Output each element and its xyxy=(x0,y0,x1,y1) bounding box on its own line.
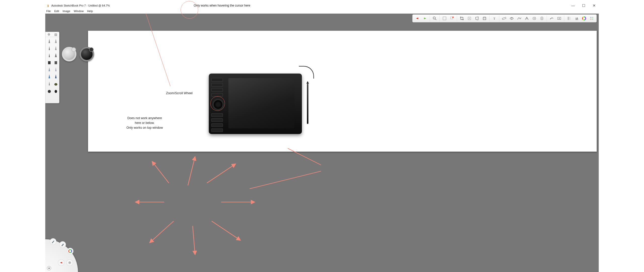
brush-tip[interactable] xyxy=(53,59,59,65)
ui-toggle-icon[interactable] xyxy=(588,15,595,22)
color-puck-primary[interactable] xyxy=(62,47,76,61)
app-window: Autodesk SketchBook Pro 7 - Untitled @ 6… xyxy=(45,3,599,272)
svg-text:T: T xyxy=(493,17,495,20)
svg-rect-5 xyxy=(452,17,454,18)
minimize-button[interactable]: — xyxy=(570,4,576,8)
brush-tip[interactable] xyxy=(47,45,52,51)
brush-sliders-icon[interactable]: ⚙ xyxy=(48,33,50,36)
lagoon-pen-icon[interactable] xyxy=(50,238,56,245)
annotation-zoom-label: Zoom/Scroll Wheel xyxy=(166,91,193,96)
brush-tip[interactable] xyxy=(47,66,52,72)
brush-tip[interactable] xyxy=(47,87,52,93)
french-curve-icon[interactable] xyxy=(516,15,522,22)
svg-line-27 xyxy=(150,221,174,243)
maximize-button[interactable]: ☐ xyxy=(581,4,587,8)
layers-icon[interactable] xyxy=(481,15,488,22)
brush-tip[interactable] xyxy=(53,66,59,72)
brush-tip[interactable] xyxy=(47,38,52,44)
ellipse-guide-icon[interactable] xyxy=(508,15,515,22)
undo-button[interactable] xyxy=(414,15,421,22)
svg-rect-21 xyxy=(592,19,593,20)
lagoon-center[interactable] xyxy=(47,266,51,270)
svg-point-36 xyxy=(48,90,51,93)
annotation-top-circle xyxy=(181,1,198,19)
brush-palette[interactable]: ⚙ ▤ xyxy=(45,32,59,103)
svg-line-2 xyxy=(435,19,436,20)
lagoon-color-wheel-icon[interactable] xyxy=(67,248,73,254)
brush-tip[interactable] xyxy=(47,94,52,100)
brush-tip[interactable] xyxy=(53,87,59,93)
svg-line-26 xyxy=(193,226,195,254)
perspective-icon[interactable] xyxy=(524,15,530,22)
lagoon-airbrush-icon[interactable] xyxy=(59,241,66,248)
lagoon-menu[interactable] xyxy=(45,237,80,272)
menu-image[interactable]: Image xyxy=(63,10,70,13)
brush-tip[interactable] xyxy=(47,73,52,79)
marquee-add-icon[interactable] xyxy=(449,15,455,22)
distort-icon[interactable] xyxy=(474,15,480,22)
svg-point-14 xyxy=(559,18,560,19)
svg-point-37 xyxy=(55,90,57,93)
menu-edit[interactable]: Edit xyxy=(54,10,59,13)
svg-point-38 xyxy=(69,250,72,253)
zoom-icon[interactable] xyxy=(431,15,438,22)
svg-point-39 xyxy=(68,261,71,264)
menu-window[interactable]: Window xyxy=(74,10,84,13)
brush-tip[interactable] xyxy=(47,80,52,86)
svg-rect-20 xyxy=(590,19,591,20)
transform-add-icon[interactable]: + xyxy=(466,15,473,22)
svg-line-29 xyxy=(152,162,169,183)
brush-tip[interactable] xyxy=(53,94,59,100)
text-icon[interactable]: T xyxy=(491,15,498,22)
brush-grid xyxy=(46,37,59,101)
svg-rect-13 xyxy=(558,17,561,20)
svg-rect-3 xyxy=(443,17,446,20)
cable-illustration xyxy=(299,66,314,79)
svg-rect-0 xyxy=(48,6,48,7)
steady-stroke-icon[interactable] xyxy=(548,15,555,22)
stylus-illustration xyxy=(307,84,308,124)
annotation-ring-circle xyxy=(210,96,225,111)
menu-bar: File Edit Image Window Help xyxy=(45,9,599,14)
lagoon-brush-edit-icon[interactable] xyxy=(66,259,73,266)
brush-tip[interactable] xyxy=(53,38,59,44)
flipbook-icon[interactable] xyxy=(556,15,562,22)
svg-line-31 xyxy=(250,171,321,189)
symmetry-y-icon[interactable] xyxy=(539,15,545,22)
top-toolbar: + T xyxy=(412,14,597,22)
menu-file[interactable]: File xyxy=(46,10,51,13)
svg-line-30 xyxy=(288,148,321,165)
svg-rect-18 xyxy=(590,17,591,18)
redo-button[interactable] xyxy=(422,15,428,22)
color-wheel-icon[interactable] xyxy=(581,15,587,22)
brush-grid-icon[interactable]: ▤ xyxy=(54,33,57,36)
svg-rect-19 xyxy=(592,17,593,18)
svg-rect-16 xyxy=(569,17,571,20)
brush-tip[interactable] xyxy=(47,52,52,58)
canvas[interactable]: Zoom/Scroll Wheel Does not work anywhere… xyxy=(88,31,597,152)
brush-tip[interactable] xyxy=(53,45,59,51)
close-button[interactable]: ✕ xyxy=(591,4,597,8)
svg-text:+: + xyxy=(469,17,470,20)
brush-tip[interactable] xyxy=(53,80,59,86)
brush-tip[interactable] xyxy=(47,59,52,65)
svg-point-35 xyxy=(54,83,57,86)
ruler-icon[interactable] xyxy=(501,15,507,22)
marquee-icon[interactable] xyxy=(441,15,448,22)
app-icon xyxy=(46,4,50,7)
annotation-center-text: Does not work anywhere here or below. On… xyxy=(119,116,170,130)
color-puck-secondary[interactable] xyxy=(79,47,94,61)
lagoon-undo-icon[interactable] xyxy=(58,259,64,266)
menu-help[interactable]: Help xyxy=(87,10,93,13)
annotation-arrows xyxy=(88,31,597,259)
brush-tip[interactable] xyxy=(53,73,59,79)
workspace[interactable]: + T xyxy=(45,14,599,272)
svg-rect-33 xyxy=(48,61,51,64)
crop-icon[interactable] xyxy=(459,15,465,22)
annotation-top-text: Only works when hovering the cursor here xyxy=(194,4,250,7)
svg-line-22 xyxy=(188,157,195,185)
brush-library-icon[interactable] xyxy=(573,15,580,22)
brush-tip[interactable] xyxy=(53,52,59,58)
copic-icon[interactable] xyxy=(566,15,572,22)
symmetry-x-icon[interactable] xyxy=(531,15,538,22)
